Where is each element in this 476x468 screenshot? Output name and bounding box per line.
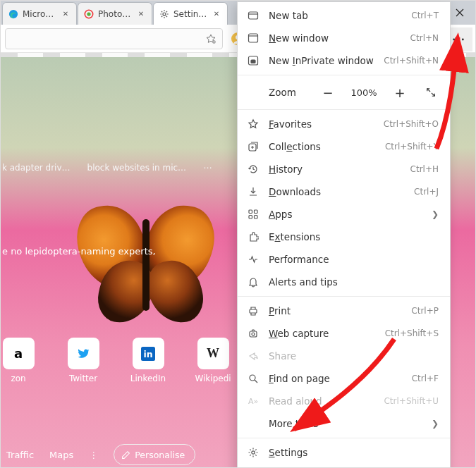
linkedin-icon: in bbox=[141, 347, 155, 361]
wiki-icon: W bbox=[207, 346, 219, 361]
menu-label: Extensions bbox=[269, 231, 439, 242]
menu-label: Alerts and tips bbox=[269, 276, 439, 288]
quicklink-more[interactable]: ⋯ bbox=[203, 163, 212, 173]
svg-text:in: in bbox=[143, 349, 152, 359]
menu-collections[interactable]: Collections Ctrl+Shift+Y bbox=[238, 135, 450, 158]
menu-accel: Ctrl+H bbox=[410, 164, 439, 174]
chevron-right-icon: ❯ bbox=[432, 419, 439, 429]
history-icon bbox=[248, 164, 259, 175]
svg-point-23 bbox=[252, 333, 255, 335]
menu-favorites[interactable]: Favorites Ctrl+Shift+O bbox=[238, 113, 450, 135]
menu-accel: Ctrl+P bbox=[411, 306, 439, 316]
twitter-icon bbox=[76, 347, 90, 361]
tab-microsoft[interactable]: Microsoft E ✕ bbox=[2, 2, 77, 25]
tab-label: Microsoft E bbox=[23, 9, 56, 19]
tile-amazon[interactable]: a zon bbox=[1, 338, 40, 383]
search-icon bbox=[248, 373, 259, 384]
svg-rect-12 bbox=[249, 12, 258, 19]
close-icon[interactable]: ✕ bbox=[136, 9, 146, 19]
menu-settings[interactable]: Settings bbox=[238, 441, 450, 464]
menu-downloads[interactable]: Downloads Ctrl+J bbox=[238, 180, 450, 203]
quicklink[interactable]: k adapter driv… bbox=[2, 163, 71, 173]
tab-settings[interactable]: Settings ✕ bbox=[153, 2, 228, 25]
menu-label: Favorites bbox=[269, 118, 374, 130]
svg-point-0 bbox=[9, 9, 18, 18]
menu-label: New window bbox=[269, 32, 401, 44]
menu-help[interactable]: Help and feedback ❯ bbox=[238, 464, 450, 468]
more-icon[interactable]: ⋮ bbox=[89, 450, 98, 460]
menu-label: New InPrivate window bbox=[269, 55, 374, 66]
menu-label: Downloads bbox=[269, 186, 404, 197]
menu-zoom-row: Zoom − 100% + bbox=[238, 78, 450, 106]
menu-label: Print bbox=[269, 305, 401, 316]
svg-rect-13 bbox=[249, 34, 258, 42]
svg-point-24 bbox=[250, 375, 255, 381]
amazon-icon: a bbox=[14, 346, 23, 361]
tile-label: Twitter bbox=[61, 374, 105, 383]
pulse-icon bbox=[248, 254, 259, 265]
menu-print[interactable]: Print Ctrl+P bbox=[238, 300, 450, 322]
collections-icon bbox=[248, 141, 259, 152]
tile-twitter[interactable]: Twitter bbox=[61, 338, 105, 383]
zoom-in-button[interactable]: + bbox=[389, 82, 410, 103]
tile-linkedin[interactable]: in LinkedIn bbox=[126, 338, 170, 383]
menu-extensions[interactable]: Extensions bbox=[238, 226, 450, 248]
menu-apps[interactable]: Apps ❯ bbox=[238, 203, 450, 226]
star-icon bbox=[248, 118, 259, 130]
tile-label: Wikipedi bbox=[191, 374, 235, 383]
zoom-label: Zoom bbox=[269, 87, 307, 98]
svg-text:A»: A» bbox=[248, 397, 258, 406]
new-tab-icon bbox=[248, 10, 259, 21]
svg-point-3 bbox=[163, 12, 166, 15]
favorite-star-icon[interactable] bbox=[205, 33, 216, 44]
svg-rect-21 bbox=[250, 309, 257, 313]
hero-image bbox=[78, 205, 219, 325]
bell-icon bbox=[248, 276, 259, 288]
tile-label: LinkedIn bbox=[126, 374, 170, 383]
apps-icon bbox=[248, 209, 259, 220]
quicklink[interactable]: block websites in mic… bbox=[87, 163, 187, 173]
bottom-bar: Traffic Maps ⋮ Personalise bbox=[1, 441, 240, 468]
personalise-label: Personalise bbox=[135, 450, 185, 460]
print-icon bbox=[248, 305, 259, 316]
download-icon bbox=[248, 186, 259, 197]
inprivate-icon bbox=[248, 55, 259, 66]
menu-alerts[interactable]: Alerts and tips bbox=[238, 271, 450, 293]
gear-icon bbox=[159, 9, 169, 19]
tile-wikipedia[interactable]: W Wikipedi bbox=[191, 338, 235, 383]
menu-performance[interactable]: Performance bbox=[238, 248, 450, 271]
menu-inprivate[interactable]: New InPrivate window Ctrl+Shift+N bbox=[238, 49, 450, 72]
svg-point-26 bbox=[252, 451, 255, 454]
share-icon bbox=[248, 350, 259, 362]
svg-rect-17 bbox=[249, 210, 252, 214]
menu-accel: Ctrl+J bbox=[414, 187, 439, 197]
personalise-button[interactable]: Personalise bbox=[114, 444, 195, 465]
menu-label: Performance bbox=[269, 254, 439, 265]
menu-accel: Ctrl+F bbox=[412, 374, 439, 383]
close-icon[interactable]: ✕ bbox=[212, 9, 221, 19]
menu-accel: Ctrl+T bbox=[411, 11, 439, 20]
address-bar[interactable] bbox=[5, 28, 223, 49]
menu-new-window[interactable]: New window Ctrl+N bbox=[238, 27, 450, 49]
annotation-arrow bbox=[422, 29, 472, 156]
read-aloud-icon: A» bbox=[248, 395, 259, 407]
quick-links-row: k adapter driv… block websites in mic… ⋯ bbox=[1, 163, 240, 173]
hero-caption: e no lepidoptera-naming experts, bbox=[1, 246, 156, 257]
maps-link[interactable]: Maps bbox=[49, 450, 73, 460]
gear-icon bbox=[248, 447, 259, 458]
photoscape-icon bbox=[84, 9, 94, 19]
svg-rect-20 bbox=[255, 216, 258, 219]
close-icon[interactable]: ✕ bbox=[61, 9, 71, 19]
svg-rect-18 bbox=[255, 210, 258, 214]
svg-rect-22 bbox=[250, 331, 257, 337]
menu-label: Settings bbox=[269, 447, 439, 458]
menu-history[interactable]: History Ctrl+H bbox=[238, 158, 450, 180]
traffic-link[interactable]: Traffic bbox=[6, 450, 34, 460]
capture-icon bbox=[248, 328, 259, 339]
menu-new-tab[interactable]: New tab Ctrl+T bbox=[238, 4, 450, 27]
chevron-right-icon: ❯ bbox=[432, 209, 439, 219]
zoom-out-button[interactable]: − bbox=[317, 82, 338, 103]
svg-rect-19 bbox=[249, 216, 252, 219]
tab-label: Settings bbox=[173, 9, 207, 19]
tab-photoscape[interactable]: PhotoScap ✕ bbox=[78, 2, 152, 25]
